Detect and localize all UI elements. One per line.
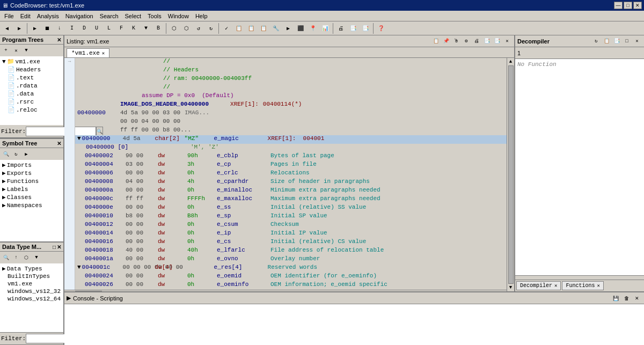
- asm-row-cblp[interactable]: 00400002 90 00 dw 90h e_cblp Bytes of la…: [75, 152, 507, 161]
- collapse-btn-res[interactable]: ▼: [77, 264, 81, 270]
- tb-btn-9[interactable]: K: [128, 23, 140, 34]
- sym-btn-1[interactable]: 🔍: [1, 149, 11, 159]
- tb-btn-1[interactable]: ▶: [29, 23, 41, 34]
- dt-btn-3[interactable]: ⬡: [21, 253, 31, 262]
- tb-btn-11[interactable]: B: [152, 23, 164, 34]
- asm-row-cparhdr[interactable]: 00400008 04 00 dw 4h e_cparhdr Size of h…: [75, 178, 507, 187]
- minimize-button[interactable]: —: [614, 2, 623, 9]
- tb-btn-28[interactable]: ❓: [375, 23, 387, 34]
- sym-classes[interactable]: ▶ Classes: [1, 193, 62, 201]
- decompiler-tab-functions[interactable]: Functions ✕: [562, 281, 603, 290]
- scroll-thumb[interactable]: [508, 65, 514, 284]
- dt-vm1[interactable]: vm1.exe: [1, 280, 62, 288]
- tb-btn-8[interactable]: F: [115, 23, 127, 34]
- menu-navigation[interactable]: Navigation: [62, 12, 97, 20]
- close-window-button[interactable]: ✕: [633, 2, 642, 9]
- dt-builtin[interactable]: BuiltInTypes: [1, 273, 62, 280]
- decompiler-tab-main[interactable]: Decompiler ✕: [516, 281, 561, 290]
- console-expand[interactable]: ▶: [67, 295, 71, 302]
- tb-btn-23[interactable]: 📍: [307, 23, 319, 34]
- decompiler-tab-close[interactable]: ✕: [554, 283, 557, 289]
- sym-btn-2[interactable]: ↻: [11, 149, 21, 159]
- decompiler-close[interactable]: ✕: [632, 36, 642, 46]
- tb-btn-19[interactable]: 📋: [258, 23, 269, 34]
- tree-item-reloc[interactable]: 📄 .reloc: [1, 106, 62, 114]
- asm-row-minalloc[interactable]: 0040000a 00 00 dw 0h e_minalloc Minimum …: [75, 187, 507, 195]
- listing-btn-6[interactable]: 📑: [482, 36, 492, 46]
- menu-analysis[interactable]: Analysis: [34, 12, 62, 20]
- tb-btn-13[interactable]: ⬡: [180, 23, 192, 34]
- v-scrollbar[interactable]: ▲ ▼: [507, 58, 514, 291]
- menu-search[interactable]: Search: [97, 12, 122, 20]
- asm-row-ovno[interactable]: 0040001a 00 00 dw 0h e_ovno Overlay numb…: [75, 255, 507, 264]
- tb-btn-16[interactable]: ✓: [221, 23, 232, 34]
- decompile-btn[interactable]: ↻: [591, 36, 601, 46]
- asm-row-cs[interactable]: 00400016 00 00 dw 0h e_cs Initial (relat…: [75, 238, 507, 247]
- tb-btn-25[interactable]: 🖨: [335, 23, 347, 34]
- listing-btn-1[interactable]: 📋: [431, 36, 441, 46]
- console-save-btn[interactable]: 💾: [611, 293, 620, 303]
- menu-edit[interactable]: Edit: [17, 12, 34, 20]
- listing-tab-vm1[interactable]: *vm1.exe ✕: [67, 48, 109, 57]
- add-tree-button[interactable]: +: [1, 46, 11, 55]
- tb-btn-5[interactable]: D: [78, 23, 90, 34]
- scroll-down-btn[interactable]: ▼: [509, 285, 512, 290]
- tb-btn-4[interactable]: I: [66, 23, 78, 34]
- menu-window[interactable]: Window: [165, 12, 192, 20]
- tb-btn-10[interactable]: ▼: [140, 23, 152, 34]
- sym-exports[interactable]: ▶ Exports: [1, 169, 62, 177]
- dt-btn-2[interactable]: ↑: [11, 253, 21, 262]
- scroll-up-btn[interactable]: ▲: [509, 59, 512, 64]
- tb-btn-20[interactable]: 🔧: [270, 23, 282, 34]
- dt-btn-4[interactable]: ▼: [32, 253, 41, 262]
- collapse-btn-mz[interactable]: ▼: [77, 135, 81, 142]
- asm-row-ss[interactable]: 0040000e 00 00 dw 0h e_ss Initial (relat…: [75, 204, 507, 212]
- decompiler-resize[interactable]: [515, 275, 644, 280]
- asm-row-csum[interactable]: 00400012 00 00 dw 0h e_csum Checksum: [75, 221, 507, 230]
- listing-btn-4[interactable]: ⚙: [462, 36, 471, 46]
- asm-row-mz[interactable]: ▼ 00400000 4d 5a char[2] "MZ" e_magic XR…: [75, 135, 507, 144]
- decompiler-maximize[interactable]: □: [622, 36, 632, 46]
- tb-btn-14[interactable]: ↺: [193, 23, 204, 34]
- tree-item-rsrc[interactable]: 📄 .rsrc: [1, 98, 62, 106]
- symbol-tree-close[interactable]: ✕: [57, 141, 61, 146]
- listing-btn-2[interactable]: 📌: [441, 36, 451, 46]
- data-type-expand[interactable]: □: [53, 244, 56, 250]
- tb-btn-17[interactable]: 📋: [233, 23, 245, 34]
- sym-functions[interactable]: ▶ Functions: [1, 177, 62, 185]
- console-close-btn[interactable]: ✕: [632, 293, 642, 303]
- tb-btn-3[interactable]: ↓: [54, 23, 65, 34]
- sym-btn-3[interactable]: ▶: [21, 149, 31, 159]
- menu-file[interactable]: File: [1, 12, 17, 20]
- menu-help[interactable]: Help: [192, 12, 211, 20]
- forward-button[interactable]: ▶: [13, 23, 25, 34]
- tb-btn-22[interactable]: ⬛: [295, 23, 306, 34]
- asm-row-cp[interactable]: 00400004 03 00 dw 3h e_cp Pages in file: [75, 161, 507, 170]
- tree-item-data[interactable]: 📄 .data: [1, 90, 62, 98]
- listing-close[interactable]: ✕: [502, 36, 512, 46]
- tree-item-headers[interactable]: 📄 Headers: [1, 65, 62, 74]
- tb-btn-18[interactable]: 📋: [245, 23, 257, 34]
- tb-btn-2[interactable]: ⏹: [41, 23, 53, 34]
- tb-btn-6[interactable]: U: [91, 23, 103, 34]
- dt-btn-1[interactable]: 🔍: [1, 253, 11, 262]
- program-trees-close[interactable]: ✕: [57, 37, 61, 43]
- sym-labels[interactable]: ▶ Labels: [1, 185, 62, 193]
- maximize-button[interactable]: □: [624, 2, 632, 9]
- listing-btn-5[interactable]: 🖨: [472, 36, 481, 46]
- dt-datatypes[interactable]: ▶ Data Types: [1, 265, 62, 273]
- asm-row-res[interactable]: ▼ 0040001c 00 00 00 00 00 00 dw[4] e_res…: [75, 264, 507, 273]
- sym-namespaces[interactable]: ▶ Namespaces: [1, 201, 62, 209]
- tb-btn-12[interactable]: ⬡: [168, 23, 180, 34]
- tb-btn-15[interactable]: ↻: [205, 23, 217, 34]
- menu-tools[interactable]: Tools: [144, 12, 165, 20]
- menu-select[interactable]: Select: [122, 12, 145, 20]
- asm-row-maxalloc[interactable]: 0040000c ff ff dw FFFFh e_maxalloc Maxim…: [75, 195, 507, 204]
- tree-item-vm1[interactable]: ▼ 📁 vm1.exe: [1, 57, 62, 65]
- dt-win64[interactable]: windows_vs12_64: [1, 295, 62, 303]
- tb-btn-21[interactable]: ▶: [282, 23, 294, 34]
- tb-btn-27[interactable]: 📑: [360, 23, 371, 34]
- sym-imports[interactable]: ▶ Imports: [1, 161, 62, 169]
- functions-tab-close[interactable]: ✕: [597, 283, 599, 289]
- tb-btn-7[interactable]: L: [103, 23, 115, 34]
